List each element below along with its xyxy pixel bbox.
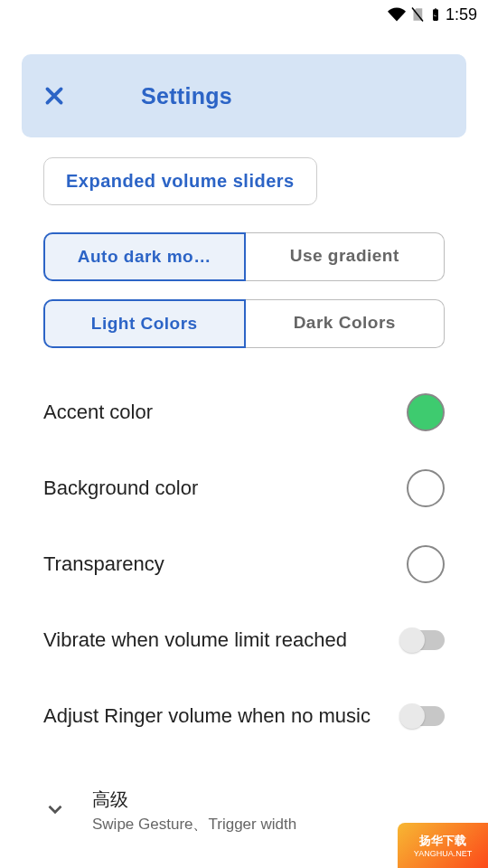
accent-color-row[interactable]: Accent color (43, 377, 445, 448)
background-color-row[interactable]: Background color (43, 453, 445, 524)
adjust-ringer-label: Adjust Ringer volume when no music (43, 703, 385, 730)
expanded-sliders-button[interactable]: Expanded volume sliders (43, 157, 317, 205)
background-color-label: Background color (43, 475, 212, 502)
vibrate-limit-row[interactable]: Vibrate when volume limit reached (43, 605, 445, 675)
advanced-section[interactable]: 高级 Swipe Gesture、Trigger width (43, 788, 445, 835)
adjust-ringer-row[interactable]: Adjust Ringer volume when no music (43, 681, 445, 751)
transparency-row[interactable]: Transparency (43, 529, 445, 599)
auto-dark-mode-tab[interactable]: Auto dark mo… (43, 232, 246, 281)
light-colors-tab[interactable]: Light Colors (43, 299, 246, 348)
background-color-swatch[interactable] (407, 469, 445, 507)
close-button[interactable] (22, 84, 87, 108)
wifi-icon (388, 5, 406, 24)
settings-header: Settings (22, 54, 466, 137)
use-gradient-tab[interactable]: Use gradient (246, 232, 446, 281)
transparency-swatch[interactable] (407, 545, 445, 583)
accent-color-label: Accent color (43, 399, 167, 426)
advanced-subtitle: Swipe Gesture、Trigger width (92, 814, 296, 835)
accent-color-swatch[interactable] (407, 393, 445, 431)
watermark-text: 扬华下载 (419, 833, 466, 849)
page-title: Settings (87, 83, 466, 109)
android-status-bar: 1:59 (0, 0, 488, 29)
watermark-badge: 扬华下载 YANGHUA.NET (398, 823, 488, 868)
close-icon (42, 84, 66, 108)
no-sim-icon (409, 6, 426, 23)
vibrate-limit-label: Vibrate when volume limit reached (43, 627, 361, 654)
color-theme-segment: Light Colors Dark Colors (43, 299, 445, 348)
chevron-down-icon (43, 797, 67, 825)
vibrate-limit-toggle[interactable] (401, 630, 445, 650)
adjust-ringer-toggle[interactable] (401, 706, 445, 726)
status-time: 1:59 (446, 5, 477, 24)
watermark-url: YANGHUA.NET (414, 849, 472, 858)
transparency-label: Transparency (43, 551, 179, 578)
battery-charging-icon (429, 5, 442, 24)
dark-mode-segment: Auto dark mo… Use gradient (43, 232, 445, 281)
advanced-title: 高级 (92, 788, 296, 812)
dark-colors-tab[interactable]: Dark Colors (246, 299, 446, 348)
